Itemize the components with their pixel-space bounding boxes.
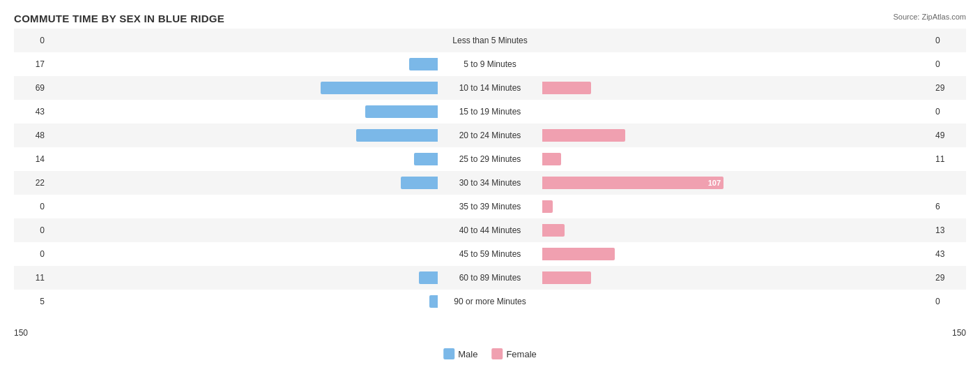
female-value: 13 [931,225,966,235]
female-value: 0 [931,107,966,117]
male-bar-wrap [438,34,490,47]
table-row: 0 Less than 5 Minutes 0 [14,29,966,52]
male-value: 0 [14,202,49,211]
female-bar-wrap [490,224,565,237]
bars-center: 35 to 39 Minutes [49,195,931,218]
bars-center: 15 to 19 Minutes [49,100,931,124]
male-bar [429,295,438,308]
male-bar [414,153,438,165]
bars-center: 5 to 9 Minutes [49,52,931,76]
female-value: 0 [931,36,966,45]
male-value: 14 [14,154,49,164]
female-bar-wrap [490,200,553,213]
male-bar-wrap [401,177,490,189]
axis-right-label: 150 [952,328,966,338]
bars-center: 40 to 44 Minutes [49,218,931,242]
female-bar [542,129,625,142]
source-label: Source: ZipAtlas.com [893,13,966,21]
female-bar [542,248,615,260]
male-bar-wrap [356,129,490,142]
female-bar-wrap: 107 [490,177,723,189]
table-row: 69 10 to 14 Minutes 29 [14,76,966,100]
female-value: 6 [931,202,966,211]
female-bar-wrap [490,271,591,284]
female-bar [542,82,591,94]
chart-area: 0 Less than 5 Minutes 0 17 5 to 9 Minute… [14,29,966,325]
male-bar-wrap [321,82,490,94]
female-value: 43 [931,249,966,259]
legend-male-box [443,348,454,359]
male-bar [365,105,438,118]
female-bar [542,271,591,284]
female-bar-wrap [490,129,625,142]
female-bar-wrap [490,82,591,94]
female-inner-val: 107 [708,179,723,187]
male-value: 0 [14,249,49,259]
female-bar: 107 [542,177,723,189]
legend: Male Female [443,348,537,359]
male-bar [321,82,438,94]
table-row: 48 20 to 24 Minutes 49 [14,124,966,147]
bars-center: 45 to 59 Minutes [49,242,931,266]
male-value: 22 [14,178,49,188]
female-bar [542,224,565,237]
female-bar-wrap [490,105,542,118]
male-bar-wrap [419,271,490,284]
chart-container: COMMUTE TIME BY SEX IN BLUE RIDGE Source… [0,0,980,365]
legend-female-label: Female [506,349,536,359]
female-bar [542,200,553,213]
bars-center: Less than 5 Minutes [49,29,931,52]
male-value: 69 [14,83,49,93]
table-row: 17 5 to 9 Minutes 0 [14,52,966,76]
chart-title: COMMUTE TIME BY SEX IN BLUE RIDGE [14,13,966,24]
legend-female: Female [491,348,536,359]
female-value: 29 [931,273,966,283]
female-bar-wrap [490,153,561,165]
male-value: 0 [14,36,49,45]
male-value: 48 [14,131,49,140]
bars-center: 30 to 34 Minutes 107 [49,171,931,195]
female-bar-wrap [490,295,542,308]
bars-center: 60 to 89 Minutes [49,266,931,290]
male-value: 43 [14,107,49,117]
bars-center: 25 to 29 Minutes [49,147,931,171]
male-bar-wrap [365,105,490,118]
male-bar-wrap [438,200,490,213]
male-value: 17 [14,59,49,69]
legend-male: Male [443,348,477,359]
table-row: 5 90 or more Minutes 0 [14,290,966,313]
axis-values-row [14,313,966,315]
table-row: 22 30 to 34 Minutes 107 [14,171,966,195]
table-row: 0 40 to 44 Minutes 13 [14,218,966,242]
female-value: 49 [931,131,966,140]
female-value: 11 [931,154,966,164]
legend-male-label: Male [458,349,477,359]
male-value: 5 [14,297,49,306]
bars-center: 90 or more Minutes [49,290,931,313]
male-bar [409,58,438,70]
male-bar-wrap [429,295,490,308]
male-value: 0 [14,225,49,235]
male-value: 11 [14,273,49,283]
male-bar [419,271,438,284]
female-bar-wrap [490,58,542,70]
female-value: 0 [931,297,966,306]
axis-bottom: 150 Male Female 150 [14,327,966,338]
table-row: 11 60 to 89 Minutes 29 [14,266,966,290]
female-bar [542,153,561,165]
table-row: 0 35 to 39 Minutes 6 [14,195,966,218]
female-value: 29 [931,83,966,93]
male-bar [356,129,438,142]
axis-left-label: 150 [14,328,28,338]
male-bar-wrap [438,248,490,260]
female-value: 0 [931,59,966,69]
table-row: 14 25 to 29 Minutes 11 [14,147,966,171]
male-bar-wrap [438,224,490,237]
legend-female-box [491,348,503,359]
table-row: 43 15 to 19 Minutes 0 [14,100,966,124]
bars-center: 10 to 14 Minutes [49,76,931,100]
male-bar-wrap [414,153,490,165]
male-bar-wrap [409,58,490,70]
table-row: 0 45 to 59 Minutes 43 [14,242,966,266]
female-bar-wrap [490,34,542,47]
